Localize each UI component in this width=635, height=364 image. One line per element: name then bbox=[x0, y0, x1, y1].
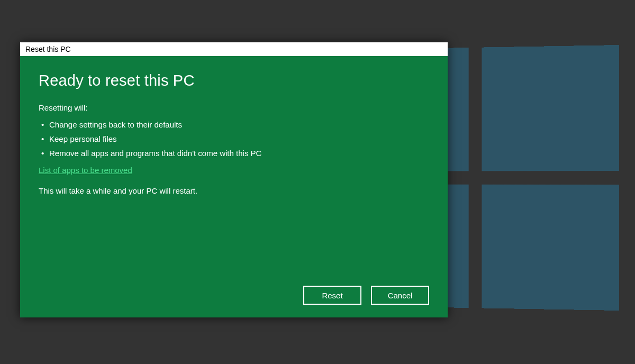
dialog-titlebar[interactable]: Reset this PC bbox=[20, 42, 448, 56]
dialog-title: Reset this PC bbox=[25, 45, 71, 53]
reset-bullet-item: Remove all apps and programs that didn't… bbox=[39, 146, 429, 160]
reset-button[interactable]: Reset bbox=[303, 286, 361, 305]
cancel-button[interactable]: Cancel bbox=[371, 286, 429, 305]
dialog-heading: Ready to reset this PC bbox=[39, 72, 429, 89]
reset-bullet-list: Change settings back to their defaults K… bbox=[39, 117, 429, 160]
reset-pc-dialog: Reset this PC Ready to reset this PC Res… bbox=[20, 42, 448, 317]
dialog-button-row: Reset Cancel bbox=[303, 286, 429, 305]
windows-logo-pane bbox=[482, 185, 619, 311]
windows-logo-pane bbox=[482, 45, 619, 171]
restart-notice: This will take a while and your PC will … bbox=[39, 186, 429, 195]
dialog-body: Ready to reset this PC Resetting will: C… bbox=[20, 56, 448, 317]
reset-bullet-item: Keep personal files bbox=[39, 132, 429, 146]
resetting-label: Resetting will: bbox=[39, 103, 429, 112]
apps-to-remove-link[interactable]: List of apps to be removed bbox=[39, 166, 429, 175]
reset-bullet-item: Change settings back to their defaults bbox=[39, 117, 429, 132]
